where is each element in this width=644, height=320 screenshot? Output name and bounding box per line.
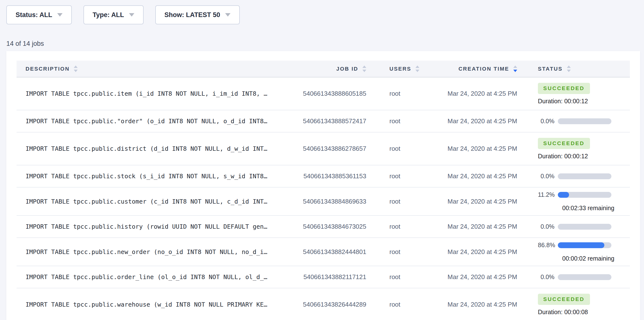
column-header-creation-time[interactable]: CREATION TIME	[431, 66, 517, 72]
status-filter-dropdown[interactable]: Status: ALL	[6, 5, 72, 24]
table-row: IMPORT TABLE tpcc.public.order_line (ol_…	[16, 266, 630, 288]
progress-bar-track	[558, 242, 612, 248]
progress-bar-fill	[558, 242, 604, 248]
chevron-down-icon	[225, 13, 230, 17]
table-body: IMPORT TABLE tpcc.public.item (i_id INT8…	[16, 78, 630, 320]
job-id: 540661343884869633	[282, 198, 366, 205]
sort-arrows-icon-active-desc	[513, 66, 517, 72]
table-row: IMPORT TABLE tpcc.public."order" (o_id I…	[16, 110, 630, 133]
job-id: 540661343884673025	[282, 223, 366, 230]
status-duration: Duration: 00:00:12	[538, 98, 588, 105]
progress-percent: 86.8%	[538, 242, 554, 249]
sort-arrows-icon	[416, 66, 419, 72]
job-description: IMPORT TABLE tpcc.public.item (i_id INT8…	[16, 90, 282, 97]
table-row: IMPORT TABLE tpcc.public.history (rowid …	[16, 216, 630, 238]
table-header-row: DESCRIPTION JOB ID USERS CREATION TIME S…	[16, 61, 630, 78]
job-user: root	[366, 223, 431, 230]
job-user: root	[366, 301, 431, 308]
job-id: 540661343885361153	[282, 172, 366, 180]
type-filter-label: Type: ALL	[93, 11, 124, 19]
job-creation-time: Mar 24, 2020 at 4:25 PM	[431, 117, 517, 125]
job-description: IMPORT TABLE tpcc.public.district (d_id …	[16, 145, 282, 152]
job-creation-time: Mar 24, 2020 at 4:25 PM	[431, 248, 517, 256]
job-user: root	[366, 117, 431, 125]
progress-time-remaining: 00:02:33 remaining	[562, 205, 630, 212]
type-filter-dropdown[interactable]: Type: ALL	[84, 5, 144, 24]
job-creation-time: Mar 24, 2020 at 4:25 PM	[431, 145, 517, 152]
job-status-cell: 0.0%	[517, 273, 630, 280]
table-row: IMPORT TABLE tpcc.public.item (i_id INT8…	[16, 78, 630, 110]
job-creation-time: Mar 24, 2020 at 4:25 PM	[431, 273, 517, 281]
progress-bar-track	[558, 118, 612, 124]
job-description: IMPORT TABLE tpcc.public.warehouse (w_id…	[16, 301, 282, 308]
column-header-status[interactable]: STATUS	[517, 66, 630, 72]
job-status-cell: 0.0%	[517, 118, 630, 125]
show-filter-dropdown[interactable]: Show: LATEST 50	[155, 5, 240, 24]
status-duration: Duration: 00:00:08	[538, 308, 588, 315]
job-id: 540661343882444801	[282, 248, 366, 256]
job-description: IMPORT TABLE tpcc.public."order" (o_id I…	[16, 118, 282, 125]
chevron-down-icon	[129, 13, 134, 17]
progress-percent: 0.0%	[538, 273, 554, 280]
jobs-table-card: DESCRIPTION JOB ID USERS CREATION TIME S…	[6, 51, 640, 320]
progress-bar-track	[558, 274, 612, 280]
job-user: root	[366, 198, 431, 205]
sort-arrows-icon	[362, 66, 366, 72]
job-user: root	[366, 248, 431, 256]
job-description: IMPORT TABLE tpcc.public.new_order (no_o…	[16, 248, 282, 255]
progress-percent: 0.0%	[538, 223, 554, 230]
progress-time-remaining: 00:00:02 remaining	[562, 255, 630, 262]
job-status-cell: 86.8% 00:00:02 remaining	[517, 242, 630, 262]
status-badge-succeeded: SUCCEEDED	[538, 294, 590, 305]
job-description: IMPORT TABLE tpcc.public.order_line (ol_…	[16, 273, 282, 280]
progress-bar-track	[558, 192, 612, 198]
job-creation-time: Mar 24, 2020 at 4:25 PM	[431, 172, 517, 180]
progress-bar-track	[558, 173, 612, 179]
job-id: 540661343888572417	[282, 117, 366, 125]
column-header-description[interactable]: DESCRIPTION	[16, 66, 282, 72]
status-badge-succeeded: SUCCEEDED	[538, 83, 590, 94]
job-user: root	[366, 273, 431, 281]
job-status-cell: SUCCEEDED Duration: 00:00:12	[517, 138, 630, 160]
job-status-cell: SUCCEEDED Duration: 00:00:08	[517, 294, 630, 315]
job-creation-time: Mar 24, 2020 at 4:25 PM	[431, 301, 517, 308]
job-status-cell: 11.2% 00:02:33 remaining	[517, 191, 630, 212]
job-id: 540661343886278657	[282, 145, 366, 152]
column-header-users[interactable]: USERS	[366, 66, 431, 72]
jobs-count-summary: 14 of 14 jobs	[6, 40, 644, 48]
job-id: 540661343888605185	[282, 90, 366, 97]
table-row: IMPORT TABLE tpcc.public.warehouse (w_id…	[16, 288, 630, 320]
job-id: 540661343826444289	[282, 301, 366, 308]
table-row: IMPORT TABLE tpcc.public.district (d_id …	[16, 133, 630, 165]
progress-bar-track	[558, 224, 612, 230]
column-header-job-id[interactable]: JOB ID	[282, 66, 366, 72]
job-status-cell: SUCCEEDED Duration: 00:00:12	[517, 83, 630, 105]
job-creation-time: Mar 24, 2020 at 4:25 PM	[431, 223, 517, 230]
sort-arrows-icon	[567, 66, 571, 72]
job-user: root	[366, 172, 431, 180]
status-badge-succeeded: SUCCEEDED	[538, 138, 590, 149]
sort-arrows-icon	[74, 66, 78, 72]
job-status-cell: 0.0%	[517, 223, 630, 230]
job-user: root	[366, 90, 431, 97]
job-description: IMPORT TABLE tpcc.public.history (rowid …	[16, 223, 282, 230]
job-description: IMPORT TABLE tpcc.public.customer (c_id …	[16, 198, 282, 205]
job-creation-time: Mar 24, 2020 at 4:25 PM	[431, 198, 517, 205]
table-row: IMPORT TABLE tpcc.public.new_order (no_o…	[16, 238, 630, 266]
job-status-cell: 0.0%	[517, 173, 630, 180]
table-row: IMPORT TABLE tpcc.public.customer (c_id …	[16, 187, 630, 216]
status-filter-label: Status: ALL	[16, 11, 52, 19]
job-user: root	[366, 145, 431, 152]
progress-bar-fill	[558, 192, 569, 198]
table-row: IMPORT TABLE tpcc.public.stock (s_i_id I…	[16, 165, 630, 187]
status-duration: Duration: 00:00:12	[538, 153, 588, 160]
progress-percent: 0.0%	[538, 118, 554, 125]
job-description: IMPORT TABLE tpcc.public.stock (s_i_id I…	[16, 173, 282, 180]
show-filter-label: Show: LATEST 50	[164, 11, 220, 19]
progress-percent: 11.2%	[538, 191, 554, 198]
job-id: 540661343882117121	[282, 273, 366, 281]
job-creation-time: Mar 24, 2020 at 4:25 PM	[431, 90, 517, 97]
chevron-down-icon	[57, 13, 62, 17]
filter-bar: Status: ALL Type: ALL Show: LATEST 50	[0, 0, 644, 24]
progress-percent: 0.0%	[538, 173, 554, 180]
